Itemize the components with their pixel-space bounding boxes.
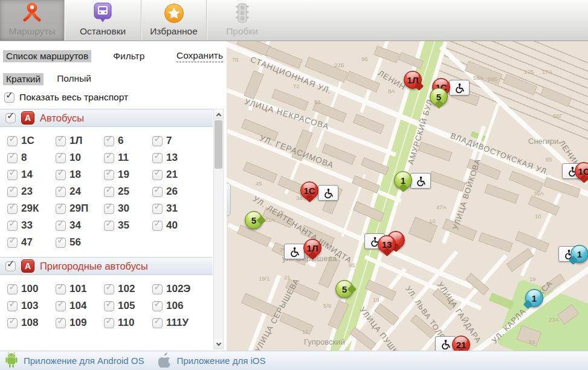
checkbox[interactable]: ✓ [56,170,66,180]
route-checkbox-105[interactable]: ✓105 [104,300,152,312]
route-checkbox-109[interactable]: ✓109 [56,317,104,329]
tab-routes[interactable]: Маршруты [0,0,64,41]
checkbox[interactable]: ✓ [104,187,114,197]
wheelchair-stop-icon[interactable] [318,185,338,201]
checkbox[interactable]: ✓ [104,301,114,311]
checkbox[interactable]: ✓ [152,170,163,180]
checkbox[interactable]: ✓ [56,301,66,311]
route-checkbox-26[interactable]: ✓26 [152,186,204,198]
route-checkbox-102Э[interactable]: ✓102Э [152,283,204,295]
wheelchair-stop-icon[interactable] [284,244,305,259]
scroll-down-icon[interactable] [214,339,223,349]
route-checkbox-103[interactable]: ✓103 [7,300,56,312]
route-list-scrollbar[interactable] [213,109,224,349]
menu-filter[interactable]: Фильтр [113,51,144,62]
checkbox[interactable]: ✓ [56,187,66,197]
checkbox[interactable]: ✓ [104,284,114,294]
route-checkbox-47[interactable]: ✓47 [7,236,56,248]
wheelchair-stop-icon[interactable] [449,80,470,96]
route-checkbox-104[interactable]: ✓104 [56,300,104,312]
route-checkbox-101[interactable]: ✓101 [56,283,104,295]
checkbox[interactable]: ✓ [7,238,18,248]
show-all-transport[interactable]: ✓ Показать весь транспорт [4,92,128,103]
checkbox[interactable]: ✓ [7,204,18,214]
route-checkbox-23[interactable]: ✓23 [7,186,56,198]
checkbox[interactable]: ✓ [152,136,163,146]
checkbox[interactable]: ✓ [152,187,163,197]
checkbox[interactable]: ✓ [7,301,18,311]
map-marker-green-5[interactable]: 5 [430,88,448,106]
route-checkbox-18[interactable]: ✓18 [56,169,104,181]
route-checkbox-35[interactable]: ✓35 [104,219,152,232]
map-marker-red-21[interactable]: 21 [452,336,470,351]
route-checkbox-29П[interactable]: ✓29П [56,203,104,215]
checkbox[interactable]: ✓ [152,153,163,163]
checkbox[interactable]: ✓ [104,153,114,163]
route-checkbox-100[interactable]: ✓100 [7,283,56,295]
checkbox[interactable]: ✓ [56,238,66,248]
checkbox[interactable]: ✓ [7,318,18,328]
checkbox[interactable]: ✓ [152,221,163,231]
checkbox[interactable]: ✓ [104,318,114,328]
checkbox[interactable]: ✓ [56,204,66,214]
map-marker-red-1Л[interactable]: 1Л [303,239,321,257]
section-checkbox[interactable]: ✓ [5,261,16,271]
route-checkbox-11[interactable]: ✓11 [104,152,152,164]
route-checkbox-29К[interactable]: ✓29К [7,203,56,215]
route-checkbox-14[interactable]: ✓14 [7,169,56,181]
route-checkbox-102[interactable]: ✓102 [104,283,152,295]
route-checkbox-31[interactable]: ✓31 [152,203,204,215]
route-checkbox-106[interactable]: ✓106 [152,300,204,312]
route-checkbox-1С[interactable]: ✓1С [7,135,56,147]
checkbox[interactable]: ✓ [7,221,18,231]
route-checkbox-24[interactable]: ✓24 [56,186,104,198]
map-zoom-control-partial[interactable] [227,183,231,216]
checkbox[interactable]: ✓ [7,170,18,180]
route-checkbox-34[interactable]: ✓34 [56,219,104,232]
route-checkbox-6[interactable]: ✓6 [104,135,152,147]
tab-traffic[interactable]: Пробки [207,0,277,41]
checkbox[interactable]: ✓ [104,136,114,146]
map-marker-green-1[interactable]: 1 [394,171,412,189]
map-marker-red-13[interactable]: 13 [378,235,396,253]
scroll-up-icon[interactable] [214,109,223,119]
route-checkbox-13[interactable]: ✓13 [152,152,204,164]
route-checkbox-33[interactable]: ✓33 [7,219,56,232]
route-checkbox-40[interactable]: ✓40 [152,219,204,232]
menu-save[interactable]: Сохранить [176,50,223,62]
map-marker-red-1Л[interactable]: 1Л [404,71,422,89]
checkbox[interactable]: ✓ [7,187,18,197]
tab-stops[interactable]: Остановки [65,0,141,41]
scrollbar-thumb[interactable] [215,120,222,169]
map-marker-green-5[interactable]: 5 [335,280,354,298]
mode-brief[interactable]: Краткий [3,73,44,85]
route-checkbox-10[interactable]: ✓10 [56,152,104,164]
checkbox[interactable]: ✓ [7,136,18,146]
checkbox[interactable]: ✓ [56,318,66,328]
section-checkbox[interactable]: ✓ [5,113,16,123]
checkbox[interactable]: ✓ [152,318,163,328]
route-checkbox-111У[interactable]: ✓111У [152,317,204,329]
checkbox[interactable]: ✓ [56,136,66,146]
map[interactable]: 7022Б9672538А58А56Б17Б17А56Г5535А1047А10… [227,41,588,351]
checkbox[interactable]: ✓ [152,301,163,311]
checkbox[interactable]: ✓ [152,284,163,294]
show-all-checkbox[interactable]: ✓ [4,92,15,103]
mode-full[interactable]: Полный [57,73,91,85]
map-marker-green-5[interactable]: 5 [245,211,263,229]
checkbox[interactable]: ✓ [104,221,114,231]
checkbox[interactable]: ✓ [104,204,114,214]
checkbox[interactable]: ✓ [152,204,163,214]
route-checkbox-8[interactable]: ✓8 [7,152,56,164]
wheelchair-stop-icon[interactable] [410,173,431,189]
route-checkbox-56[interactable]: ✓56 [56,236,104,248]
tab-favorites[interactable]: Избранное [141,0,206,41]
checkbox[interactable]: ✓ [56,284,66,294]
route-checkbox-108[interactable]: ✓108 [7,317,56,329]
android-app-link[interactable]: Приложение для Android OS [5,352,144,370]
checkbox[interactable]: ✓ [56,221,66,231]
route-checkbox-1Л[interactable]: ✓1Л [56,135,104,147]
checkbox[interactable]: ✓ [56,153,66,163]
route-checkbox-7[interactable]: ✓7 [152,135,204,147]
route-checkbox-25[interactable]: ✓25 [104,186,152,198]
